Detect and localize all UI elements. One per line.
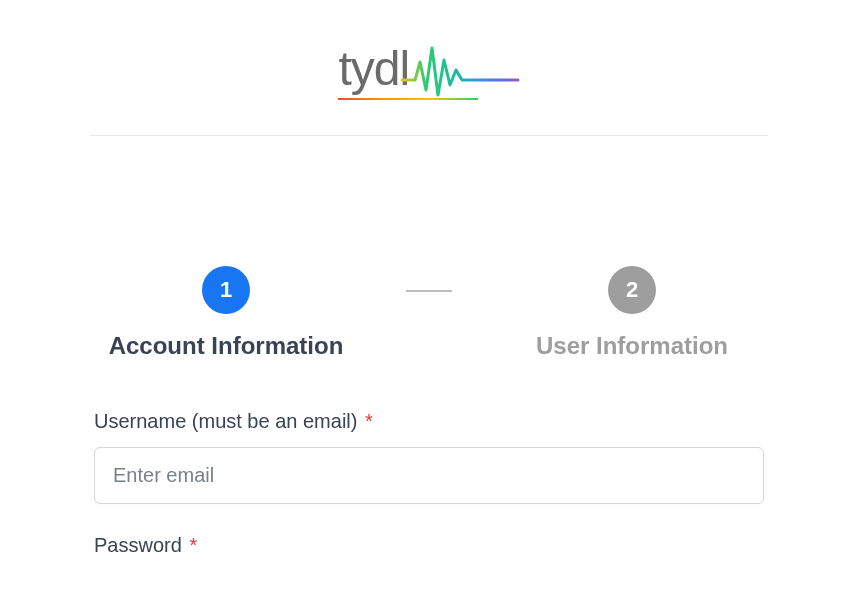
step-number: 1 (202, 266, 250, 314)
step-user-information[interactable]: 2 User Information (492, 266, 772, 360)
step-indicator: 1 Account Information 2 User Information (40, 266, 818, 360)
logo-wave-icon (400, 40, 520, 104)
required-star: * (189, 534, 197, 556)
required-star: * (365, 410, 373, 432)
logo-text: tydl (338, 42, 409, 95)
step-account-information[interactable]: 1 Account Information (86, 266, 366, 360)
step-title: User Information (536, 332, 728, 360)
logo-area: tydl (40, 0, 818, 135)
step-title: Account Information (109, 332, 344, 360)
header-divider (90, 135, 768, 136)
username-label: Username (must be an email) * (94, 410, 764, 433)
username-input[interactable] (94, 447, 764, 504)
label-text: Password (94, 534, 182, 556)
logo: tydl (338, 40, 519, 100)
step-connector (406, 290, 452, 292)
password-group: Password * (94, 534, 764, 557)
step-number: 2 (608, 266, 656, 314)
label-text: Username (must be an email) (94, 410, 357, 432)
username-group: Username (must be an email) * (94, 410, 764, 504)
password-label: Password * (94, 534, 764, 557)
form: Username (must be an email) * Password * (94, 410, 764, 557)
